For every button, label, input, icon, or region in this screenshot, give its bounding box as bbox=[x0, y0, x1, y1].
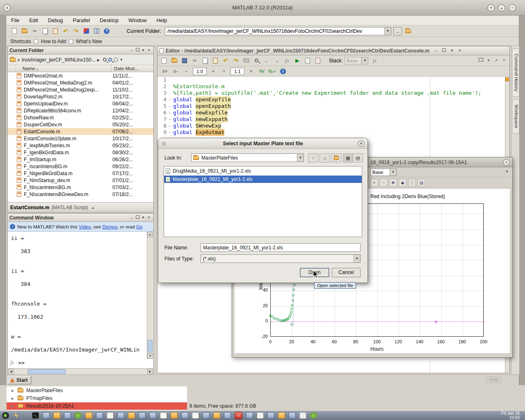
undock-icon[interactable]: ↔ bbox=[129, 48, 135, 53]
code-line[interactable]: 8-global SWnewExp bbox=[158, 123, 505, 129]
maximize-button[interactable]: ▴ bbox=[498, 4, 505, 11]
scroll-left-icon[interactable]: ◀ bbox=[8, 369, 14, 374]
restore-icon[interactable] bbox=[135, 48, 140, 53]
taskbar-app-icon-monitor[interactable] bbox=[149, 412, 156, 419]
guide-icon[interactable] bbox=[92, 27, 100, 35]
restore-icon[interactable] bbox=[135, 215, 140, 220]
undock-icon[interactable]: ↔ bbox=[434, 48, 439, 53]
file-row[interactable]: DpertsUploadDev.m08/04/2... bbox=[8, 100, 153, 107]
taskbar-app-icon-folder[interactable] bbox=[85, 412, 92, 419]
paste-icon[interactable] bbox=[51, 27, 59, 35]
chevron-down-icon[interactable]: ▼ bbox=[384, 27, 391, 35]
name-column[interactable]: Name ▵ bbox=[16, 65, 112, 72]
comment-icon[interactable]: %⁄ bbox=[258, 67, 266, 75]
taskbar-app-icon-doc[interactable] bbox=[192, 412, 199, 419]
banner-link[interactable]: Demos bbox=[103, 224, 117, 229]
taskbar-app-icon-monitor[interactable] bbox=[246, 412, 253, 419]
copy-icon[interactable] bbox=[41, 27, 49, 35]
menu-help[interactable]: Help bbox=[157, 18, 167, 23]
stack-combo[interactable]: Base▼ bbox=[345, 57, 368, 64]
find-icon[interactable] bbox=[252, 57, 260, 65]
look-in-combo[interactable]: MasterPlateFiles ▼ bbox=[191, 153, 304, 162]
expander-icon[interactable]: ▶ bbox=[11, 404, 15, 408]
code-warning-marker[interactable] bbox=[505, 78, 509, 81]
cancel-button[interactable]: Cancel bbox=[332, 268, 361, 277]
menu-file[interactable]: File bbox=[11, 18, 19, 23]
date-column[interactable]: Date Mod... bbox=[112, 65, 153, 72]
tree-item[interactable]: ▶MasterPlateFiles bbox=[7, 387, 187, 394]
search-icon[interactable] bbox=[103, 58, 107, 62]
redo-icon[interactable]: ↷ bbox=[232, 57, 240, 65]
taskbar-app-icon-monitor[interactable] bbox=[117, 412, 124, 419]
find-files-icon[interactable] bbox=[108, 58, 112, 62]
split-chevron-icon[interactable]: ▾ bbox=[486, 58, 491, 63]
menu-chevron-icon[interactable]: ▾ bbox=[140, 215, 146, 220]
menu-window[interactable]: Window bbox=[128, 18, 146, 23]
taskbar-app-icon-monitor[interactable] bbox=[203, 412, 210, 419]
code-line[interactable]: 9-global Exp0utmat bbox=[158, 129, 505, 136]
code-line[interactable]: 5-global openExppath bbox=[158, 103, 505, 110]
cut-icon[interactable]: ✂ bbox=[31, 27, 39, 35]
help-icon[interactable]: ? bbox=[103, 27, 111, 35]
current-folder-combo[interactable]: /media/data/EASY/InovImager_jwrCF_WINLin… bbox=[165, 27, 391, 35]
indent-minus-icon[interactable]: ≡- bbox=[171, 67, 180, 75]
restore-icon[interactable] bbox=[441, 48, 447, 53]
folder-breadcrumb[interactable]: « InovImager_jwrCF_WINLinx150... ▸ ▼ bbox=[8, 55, 153, 65]
increase-icon[interactable]: + bbox=[209, 67, 217, 75]
new-file-icon[interactable] bbox=[160, 57, 168, 65]
file-row[interactable]: EstartConsole10plate.m10/17/2... bbox=[8, 135, 153, 142]
taskbar-app-icon-bolt[interactable]: ϟ bbox=[13, 412, 20, 419]
banner-link[interactable]: Video bbox=[79, 224, 91, 229]
taskbar-app-icon-monitor[interactable] bbox=[96, 412, 103, 419]
file-row[interactable]: F_NIgenBkGrdData.m07/17/2... bbox=[8, 170, 153, 177]
dialog-close-icon[interactable]: × bbox=[358, 140, 365, 147]
menu-debug[interactable]: Debug bbox=[48, 18, 63, 23]
close-button[interactable]: × bbox=[509, 4, 516, 11]
menu-edit[interactable]: Edit bbox=[29, 18, 38, 23]
file-row[interactable]: DoverlayPlots2.m10/17/2... bbox=[8, 93, 153, 100]
code-line[interactable]: 3%[file,path] = uiputfile('.mat','Create… bbox=[158, 90, 505, 96]
cell-insert-icon[interactable] bbox=[304, 57, 312, 65]
breadcrumb-expand-icon[interactable]: ▸ bbox=[97, 57, 100, 63]
scroll-right-icon[interactable]: ▶ bbox=[147, 369, 153, 374]
shortcut-how-to-add[interactable]: How to Add bbox=[41, 39, 66, 44]
new-script-icon[interactable] bbox=[10, 27, 18, 35]
home-button[interactable]: ⌂ bbox=[320, 153, 330, 162]
open-file-icon[interactable] bbox=[21, 27, 29, 35]
code-line[interactable]: 7-global newExppath bbox=[158, 116, 505, 123]
file-row[interactable]: DMPexcel2mat_MediaDrug2.m04/01/2... bbox=[8, 79, 153, 86]
dialog-file-list[interactable]: DrugMedia_16_0921_MI_yor1-2.xlsMasterpla… bbox=[164, 166, 362, 237]
open-file-icon[interactable] bbox=[170, 57, 178, 65]
expander-icon[interactable]: ▶ bbox=[11, 389, 15, 393]
file-row[interactable]: F_NIscanIntensBGnewDev.m07/18/2... bbox=[8, 191, 153, 198]
taskbar-app-icon-gecko[interactable] bbox=[2, 412, 9, 419]
chevron-down-icon[interactable]: ▼ bbox=[297, 154, 304, 162]
up-folder-icon[interactable] bbox=[404, 27, 412, 35]
taskbar-app-icon-monitor[interactable] bbox=[43, 412, 50, 419]
type-column[interactable] bbox=[8, 65, 16, 72]
file-row[interactable]: DsuperCellDev.m05/20/2... bbox=[8, 121, 153, 128]
paste-icon[interactable] bbox=[211, 57, 219, 65]
menu-parallel[interactable]: Parallel bbox=[73, 18, 90, 23]
close-panel-icon[interactable]: × bbox=[457, 48, 463, 53]
file-row[interactable]: F_IscanIntensBG.m09/22/2... bbox=[8, 163, 153, 170]
new-folder-button[interactable] bbox=[331, 153, 341, 162]
cell-remove-icon[interactable] bbox=[314, 57, 322, 65]
close-panel-icon[interactable]: × bbox=[146, 48, 152, 53]
undock-icon[interactable]: ↔ bbox=[129, 215, 135, 220]
uncomment-icon[interactable]: %✓ bbox=[268, 67, 276, 75]
copy-icon[interactable] bbox=[201, 57, 209, 65]
indent-plus-icon[interactable]: ≡+ bbox=[161, 67, 169, 75]
start-button[interactable]: Start bbox=[8, 376, 31, 384]
save-icon[interactable] bbox=[180, 57, 189, 65]
breadcrumb-text[interactable]: InovImager_jwrCF_WINLinx150... bbox=[22, 57, 96, 63]
menu-desktop[interactable]: Desktop bbox=[100, 18, 119, 23]
code-line[interactable]: 6-global newExpfile bbox=[158, 110, 505, 116]
file-row[interactable]: F_IgenBkGrdData.m08/30/2... bbox=[8, 149, 153, 156]
taskbar-highlighted-app-icon[interactable]: ≡ bbox=[235, 412, 242, 419]
fx-browser-icon[interactable]: fx bbox=[370, 57, 379, 65]
actions-chevron-icon[interactable]: ▼ bbox=[120, 58, 123, 62]
code-line[interactable]: 1 bbox=[158, 77, 505, 83]
simulink-icon[interactable] bbox=[82, 27, 90, 35]
file-row[interactable]: F_NIscanIntensBG.m07/03/2... bbox=[8, 184, 153, 191]
